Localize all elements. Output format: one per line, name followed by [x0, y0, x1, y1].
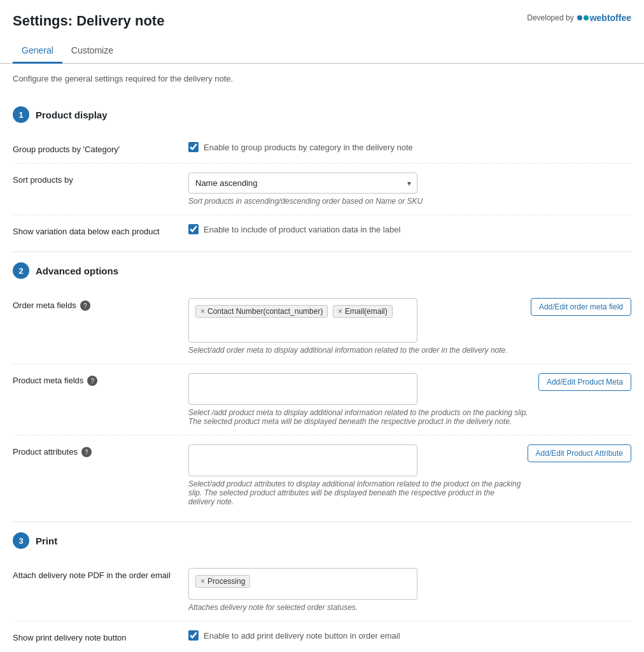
page-description: Configure the general settings required … [13, 74, 631, 83]
variation-label-col: Show variation data below each product [13, 224, 178, 236]
field-product-attributes: Product attributes ? Select/add product … [13, 436, 631, 515]
product-attr-hint: Select/add product attributes to display… [188, 479, 522, 506]
field-variation-data: Show variation data below each product E… [13, 215, 631, 245]
section-2-header: 2 Advanced options [13, 252, 631, 279]
main-content: Configure the general settings required … [0, 64, 644, 652]
variation-checkbox-label: Enable to include of product variation d… [204, 225, 400, 234]
tag-processing-label: Processing [207, 577, 245, 586]
field-sort-products: Sort products by Name ascending Name des… [13, 164, 631, 215]
sort-select-wrapper: Name ascending Name descending SKU ascen… [188, 173, 417, 194]
field-attach-pdf: Attach delivery note PDF in the order em… [13, 559, 631, 621]
brand-name: webtoffee [590, 13, 631, 23]
field-show-print-button: Show print delivery note button Enable t… [13, 621, 631, 651]
attach-pdf-label: Attach delivery note PDF in the order em… [13, 570, 171, 580]
tabs-bar: General Customize [0, 39, 644, 64]
section-1-header: 1 Product display [13, 96, 631, 123]
brand-logo: webtoffee [577, 13, 631, 23]
product-meta-box[interactable] [188, 373, 417, 405]
variation-label: Show variation data below each product [13, 227, 160, 236]
page-wrapper: Settings: Delivery note Developed by web… [0, 0, 644, 652]
product-meta-help-icon[interactable]: ? [87, 376, 97, 386]
product-meta-actions: Select /add product meta to display addi… [188, 373, 631, 426]
tag-email-remove[interactable]: × [338, 307, 342, 316]
field-order-meta: Order meta fields ? × Contact Number(con… [13, 289, 631, 364]
print-btn-checkbox-label: Enable to add print delivery note button… [204, 631, 400, 641]
group-category-checkbox-row: Enable to group products by category in … [188, 142, 631, 152]
product-meta-content: Select /add product meta to display addi… [188, 373, 533, 426]
sort-field: Name ascending Name descending SKU ascen… [188, 173, 631, 206]
attach-pdf-label-col: Attach delivery note PDF in the order em… [13, 568, 178, 580]
tag-contact-label: Contact Number(contact_number) [207, 307, 323, 316]
tag-contact-number: × Contact Number(contact_number) [195, 305, 328, 318]
page-header: Settings: Delivery note Developed by web… [0, 0, 644, 29]
product-attr-actions: Select/add product attributes to display… [188, 444, 631, 506]
sort-label: Sort products by [13, 175, 73, 185]
brand-dot-blue [577, 15, 582, 20]
section-advanced-options: 2 Advanced options Order meta fields ? × [13, 252, 631, 515]
order-meta-label: Order meta fields [13, 301, 76, 310]
sort-hint: Sort products in ascending/descending or… [188, 197, 631, 206]
product-attr-label: Product attributes [13, 447, 78, 457]
brand-area: Developed by webtoffee [527, 13, 631, 23]
field-label-col: Group products by 'Category' [13, 142, 178, 154]
field-group-by-category: Group products by 'Category' Enable to g… [13, 133, 631, 163]
print-btn-label-col: Show print delivery note button [13, 630, 178, 642]
section-3-title: Print [36, 535, 57, 546]
product-attr-field: Select/add product attributes to display… [188, 444, 631, 506]
tab-general[interactable]: General [13, 39, 62, 64]
section-print: 3 Print Attach delivery note PDF in the … [13, 522, 631, 651]
section-3-number: 3 [13, 532, 29, 549]
tag-processing: × Processing [195, 575, 250, 588]
print-btn-label: Show print delivery note button [13, 633, 127, 642]
order-meta-box[interactable]: × Contact Number(contact_number) × Email… [188, 298, 417, 343]
print-btn-field: Enable to add print delivery note button… [188, 630, 631, 641]
section-2-title: Advanced options [36, 266, 118, 276]
product-meta-hint: Select /add product meta to display addi… [188, 408, 533, 426]
brand-prefix: Developed by [527, 13, 573, 22]
add-edit-product-attr-button[interactable]: Add/Edit Product Attribute [528, 444, 631, 462]
order-meta-field: × Contact Number(contact_number) × Email… [188, 298, 631, 355]
section-1-number: 1 [13, 106, 29, 123]
group-category-label: Group products by 'Category' [13, 145, 120, 154]
product-meta-label: Product meta fields [13, 376, 83, 385]
product-attr-box[interactable] [188, 444, 417, 476]
section-1-title: Product display [36, 110, 108, 120]
product-attr-label-col: Product attributes ? [13, 444, 178, 457]
add-edit-product-meta-button[interactable]: Add/Edit Product Meta [538, 373, 631, 391]
product-attr-help-icon[interactable]: ? [81, 447, 92, 457]
variation-checkbox[interactable] [188, 224, 199, 234]
group-category-checkbox-label: Enable to group products by category in … [204, 143, 413, 152]
order-meta-label-col: Order meta fields ? [13, 298, 178, 311]
field-product-meta: Product meta fields ? Select /add produc… [13, 364, 631, 435]
attach-pdf-hint: Attaches delivery note for selected orde… [188, 603, 631, 612]
section-3-header: 3 Print [13, 522, 631, 549]
order-meta-actions: × Contact Number(contact_number) × Email… [188, 298, 631, 355]
attach-pdf-box[interactable]: × Processing [188, 568, 417, 600]
tag-processing-remove[interactable]: × [200, 577, 205, 586]
product-meta-field: Select /add product meta to display addi… [188, 373, 631, 426]
variation-field: Enable to include of product variation d… [188, 224, 631, 234]
order-meta-content: × Contact Number(contact_number) × Email… [188, 298, 526, 355]
order-meta-hint: Select/add order meta to display additio… [188, 346, 526, 355]
tag-email: × Email(email) [333, 305, 393, 318]
tag-email-label: Email(email) [345, 307, 388, 316]
group-category-field: Enable to group products by category in … [188, 142, 631, 152]
print-btn-checkbox[interactable] [188, 630, 199, 641]
attach-pdf-field: × Processing Attaches delivery note for … [188, 568, 631, 612]
brand-dot-teal [584, 15, 589, 20]
variation-checkbox-row: Enable to include of product variation d… [188, 224, 631, 234]
group-category-checkbox[interactable] [188, 142, 199, 152]
section-2-number: 2 [13, 262, 29, 279]
print-btn-checkbox-row: Enable to add print delivery note button… [188, 630, 631, 641]
sort-select[interactable]: Name ascending Name descending SKU ascen… [188, 173, 417, 194]
order-meta-help-icon[interactable]: ? [80, 301, 90, 311]
sort-label-col: Sort products by [13, 173, 178, 185]
product-attr-content: Select/add product attributes to display… [188, 444, 522, 506]
page-title: Settings: Delivery note [13, 13, 164, 29]
tag-contact-remove[interactable]: × [200, 307, 205, 316]
product-meta-label-col: Product meta fields ? [13, 373, 178, 386]
section-product-display: 1 Product display Group products by 'Cat… [13, 96, 631, 245]
tab-customize[interactable]: Customize [62, 39, 122, 64]
add-edit-order-meta-button[interactable]: Add/Edit order meta field [531, 298, 631, 316]
